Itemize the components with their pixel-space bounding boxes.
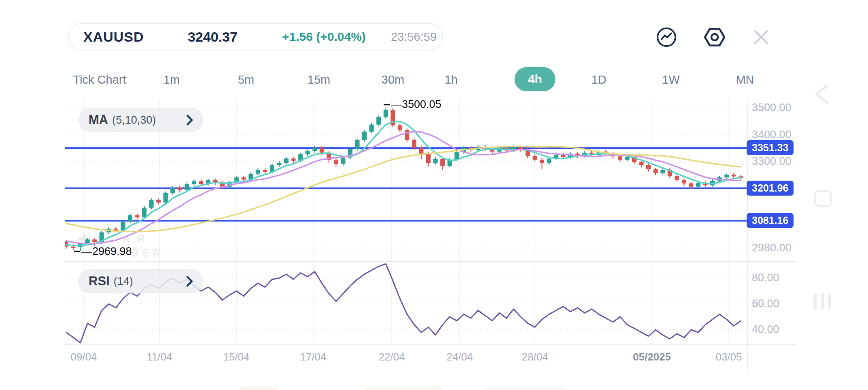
price-level-badge[interactable]: 3351.33 xyxy=(747,140,794,155)
high-price-annotation: —3500.05 xyxy=(391,98,441,111)
tab-mn[interactable]: MN xyxy=(736,73,754,86)
rsi-bottom-divider xyxy=(65,344,796,345)
rsi-params: (14) xyxy=(114,275,133,288)
rounded-square-icon[interactable] xyxy=(814,190,832,207)
trading-chart-page: STAR TRADER XAUUSD 3240.37 +1.56 (+0.04%… xyxy=(0,0,868,390)
tab-4h[interactable]: 4h xyxy=(514,67,555,91)
chevron-right-icon xyxy=(187,114,193,126)
tab-15m[interactable]: 15m xyxy=(308,73,330,86)
bottom-sheet-button-hint[interactable] xyxy=(484,386,567,390)
rsi-label: RSI xyxy=(89,274,110,289)
ma-indicator-button[interactable]: MA (5,10,30) xyxy=(78,108,204,132)
ma-label: MA xyxy=(89,113,108,127)
tab-5m[interactable]: 5m xyxy=(238,73,254,86)
drag-bars-icon[interactable] xyxy=(813,293,831,310)
price-rsi-divider xyxy=(65,261,796,262)
chevron-left-icon[interactable] xyxy=(813,82,830,106)
low-price-annotation: —2969.98 xyxy=(81,245,132,258)
price-chart-canvas[interactable] xyxy=(0,0,868,390)
price-level-badge[interactable]: 3201.96 xyxy=(747,181,794,196)
tab-1h[interactable]: 1h xyxy=(445,73,458,86)
tab-tick-chart[interactable]: Tick Chart xyxy=(73,73,126,86)
rsi-indicator-button[interactable]: RSI (14) xyxy=(78,269,204,293)
tab-30m[interactable]: 30m xyxy=(382,73,404,86)
tab-1d[interactable]: 1D xyxy=(591,73,606,86)
tab-1m[interactable]: 1m xyxy=(163,73,180,86)
ma-params: (5,10,30) xyxy=(112,114,156,126)
price-level-badge[interactable]: 3081.16 xyxy=(747,213,794,228)
tab-1w[interactable]: 1W xyxy=(662,73,680,86)
chevron-right-icon xyxy=(187,276,193,287)
bottom-sheet-button-hint[interactable] xyxy=(364,386,444,390)
bottom-sheet-button-hint[interactable] xyxy=(240,386,278,390)
